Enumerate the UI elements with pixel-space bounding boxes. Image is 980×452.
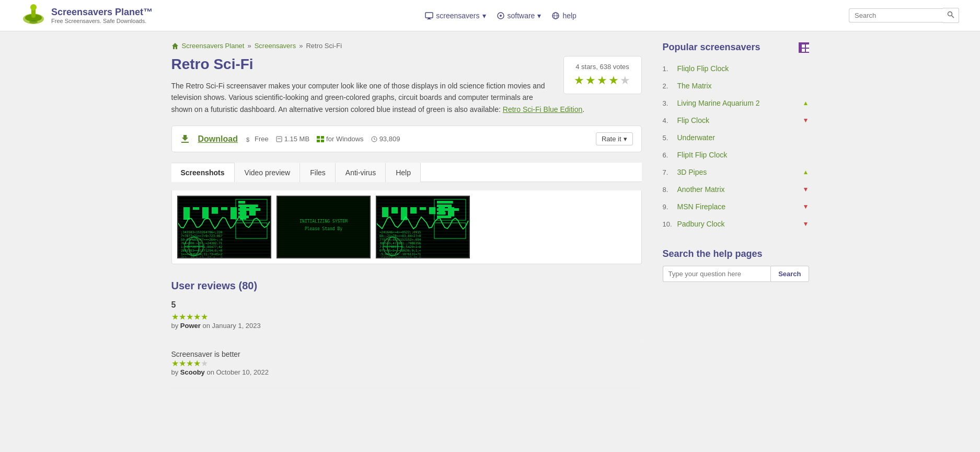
popular-title-text: Popular screensavers	[663, 42, 760, 53]
search-button[interactable]	[943, 8, 959, 23]
rate-it-arrow: ▾	[624, 135, 627, 143]
logo-link[interactable]: Screensavers Planet™ Free Screensavers. …	[21, 3, 153, 28]
download-icon	[180, 134, 190, 144]
svg-rect-22	[317, 140, 320, 142]
globe-icon	[551, 12, 560, 20]
list-item: 8. Another Matrix ▼	[663, 181, 809, 198]
help-search-input[interactable]	[663, 266, 771, 282]
tabs-bar: Screenshots Video preview Files Anti-vir…	[171, 163, 642, 182]
svg-rect-18	[276, 137, 282, 142]
list-item: 5. Underwater	[663, 129, 809, 146]
header: Screensavers Planet™ Free Screensavers. …	[0, 0, 980, 31]
svg-point-3	[30, 4, 37, 10]
breadcrumb-screensavers-link[interactable]: Screensavers	[255, 42, 296, 50]
monitor-icon	[425, 12, 433, 20]
svg-rect-23	[321, 140, 324, 142]
tab-video-preview[interactable]: Video preview	[235, 163, 301, 182]
nav-screensavers[interactable]: screensavers ▾	[425, 12, 486, 20]
help-search-button[interactable]: Search	[770, 266, 809, 282]
review-item-2: Screensaver is better ★★★★★ by Scooby on…	[171, 350, 642, 388]
content-area: Screensavers Planet » Screensavers » Ret…	[171, 42, 642, 397]
price-label: Free	[255, 135, 269, 143]
svg-line-26	[374, 139, 375, 140]
reviews-section: User reviews (80) 5 ★★★★★ by Power on Ja…	[171, 280, 642, 388]
downloads-count: 93,809	[379, 135, 400, 143]
trend-down-icon: ▼	[803, 203, 809, 210]
review-1-stars: ★★★★★	[171, 312, 642, 322]
breadcrumb-home-link[interactable]: Screensavers Planet	[182, 42, 245, 50]
site-subtitle: Free Screensavers. Safe Downloads.	[51, 18, 153, 24]
size-info: 1.15 MB	[276, 135, 309, 143]
main-container: Screensavers Planet » Screensavers » Ret…	[151, 31, 830, 407]
svg-rect-7	[427, 19, 431, 19]
popular-link-10[interactable]: Padbury Clock	[677, 220, 799, 228]
screensavers-nav-label: screensavers	[436, 12, 479, 20]
trend-down-icon: ▼	[803, 186, 809, 193]
breadcrumb: Screensavers Planet » Screensavers » Ret…	[171, 42, 642, 50]
site-name: Screensavers Planet™	[51, 7, 153, 18]
popular-link-5[interactable]: Underwater	[677, 133, 809, 142]
list-item: 4. Flip Clock ▼	[663, 112, 809, 129]
popular-link-7[interactable]: 3D Pipes	[677, 168, 799, 176]
rate-it-label: Rate it	[602, 135, 621, 143]
svg-rect-21	[321, 136, 324, 139]
svg-rect-5	[425, 13, 433, 18]
svg-rect-20	[317, 136, 320, 139]
logo-text: Screensavers Planet™ Free Screensavers. …	[51, 7, 153, 24]
popular-link-8[interactable]: Another Matrix	[677, 185, 799, 194]
review-item-1: 5 ★★★★★ by Power on January 1, 2023	[171, 300, 642, 342]
trend-up-icon: ▲	[803, 168, 809, 176]
svg-text:$: $	[246, 137, 249, 142]
rating-box: 4 stars, 638 votes ★★★★★	[563, 56, 642, 94]
platform-label: for Windows	[326, 135, 364, 143]
trend-down-icon: ▼	[803, 220, 809, 228]
nav-software[interactable]: software ▾	[497, 12, 541, 20]
screensavers-arrow: ▾	[482, 12, 486, 20]
download-link[interactable]: Download	[198, 134, 238, 144]
breadcrumb-sep1: »	[247, 42, 251, 50]
list-item: 6. FlipIt Flip Clock	[663, 146, 809, 164]
home-icon	[171, 42, 179, 50]
help-nav-label: help	[562, 12, 576, 20]
download-bar: Download $ Free 1.15 MB for Windows	[171, 126, 642, 152]
screenshot-1[interactable]	[177, 196, 271, 258]
review-2-stars: ★★★★★	[171, 358, 642, 368]
nav-help[interactable]: help	[551, 12, 576, 20]
clock-icon	[371, 136, 377, 142]
trend-up-icon: ▲	[803, 99, 809, 107]
popular-link-4[interactable]: Flip Clock	[677, 116, 799, 125]
file-icon	[276, 136, 282, 142]
popular-link-2[interactable]: The Matrix	[677, 82, 809, 90]
trend-down-icon: ▼	[803, 117, 809, 124]
tab-antivirus[interactable]: Anti-virus	[336, 163, 386, 182]
review-1-rating: 5	[171, 300, 642, 310]
popular-link-9[interactable]: MSN Fireplace	[677, 202, 799, 211]
popular-section: Popular screensavers 1. Fliqlo Flip Cloc…	[663, 42, 809, 233]
circle-icon	[497, 12, 505, 20]
tab-files[interactable]: Files	[300, 163, 336, 182]
help-search-section: Search the help pages Search	[663, 248, 809, 282]
rating-stars: ★★★★★	[572, 74, 633, 87]
popular-link-1[interactable]: Fliqlo Flip Clock	[677, 64, 809, 73]
svg-point-4	[29, 20, 38, 24]
blue-edition-link[interactable]: Retro Sci-Fi Blue Edition	[503, 105, 583, 114]
file-size: 1.15 MB	[284, 135, 309, 143]
screenshot-2[interactable]	[276, 196, 371, 258]
list-item: 1. Fliqlo Flip Clock	[663, 60, 809, 77]
platform-info: for Windows	[317, 135, 364, 143]
breadcrumb-current: Retro Sci-Fi	[306, 42, 342, 50]
popular-link-6[interactable]: FlipIt Flip Clock	[677, 151, 809, 159]
svg-rect-16	[181, 142, 189, 143]
list-item: 7. 3D Pipes ▲	[663, 164, 809, 181]
screenshot-3[interactable]	[376, 196, 470, 258]
list-item: 9. MSN Fireplace ▼	[663, 198, 809, 216]
help-search-title: Search the help pages	[663, 248, 809, 259]
tab-help[interactable]: Help	[386, 163, 421, 182]
search-input[interactable]	[849, 8, 943, 22]
sidebar: Popular screensavers 1. Fliqlo Flip Cloc…	[663, 42, 809, 397]
search-icon	[947, 11, 954, 18]
tab-screenshots[interactable]: Screenshots	[171, 163, 235, 182]
rate-it-button[interactable]: Rate it ▾	[596, 132, 633, 145]
popular-title: Popular screensavers	[663, 42, 809, 53]
popular-link-3[interactable]: Living Marine Aquarium 2	[677, 99, 799, 107]
